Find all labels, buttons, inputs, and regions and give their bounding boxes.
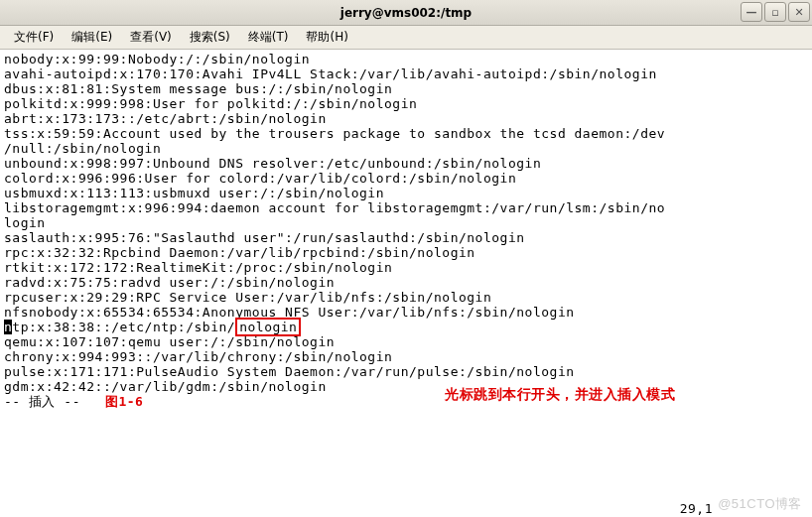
term-line: radvd:x:75:75:radvd user:/:/sbin/nologin [4, 275, 335, 290]
term-line: libstoragemgmt:x:996:994:daemon account … [4, 200, 665, 215]
term-line: gdm:x:42:42::/var/lib/gdm:/sbin/nologin [4, 379, 327, 394]
ntp-line-pre: tp:x:38:38::/etc/ntp:/sbin/ [12, 320, 235, 334]
menu-edit[interactable]: 编辑(E) [64, 26, 120, 49]
term-line: polkitd:x:999:998:User for polkitd:/:/sb… [4, 96, 417, 111]
vim-mode-status: -- 插入 -- [4, 394, 105, 409]
close-button[interactable]: ✕ [788, 2, 810, 22]
menubar: 文件(F) 编辑(E) 查看(V) 搜索(S) 终端(T) 帮助(H) [0, 26, 812, 50]
maximize-button[interactable]: ▫ [764, 2, 786, 22]
figure-label: 图1-6 [105, 394, 143, 409]
term-line: login [4, 215, 46, 230]
term-line: unbound:x:998:997:Unbound DNS resolver:/… [4, 156, 541, 171]
term-line: dbus:x:81:81:System message bus:/:/sbin/… [4, 81, 392, 96]
titlebar: jerry@vms002:/tmp — ▫ ✕ [0, 0, 812, 26]
term-line: abrt:x:173:173::/etc/abrt:/sbin/nologin [4, 111, 327, 126]
menu-view[interactable]: 查看(V) [122, 26, 180, 49]
term-line: tss:x:59:59:Account used by the trousers… [4, 126, 665, 141]
term-line: nobody:x:99:99:Nobody:/:/sbin/nologin [4, 52, 310, 66]
red-annotation: 光标跳到本行开头，并进入插入模式 [445, 387, 675, 402]
term-line: chrony:x:994:993::/var/lib/chrony:/sbin/… [4, 349, 392, 364]
window-title: jerry@vms002:/tmp [340, 6, 472, 20]
term-line: pulse:x:171:171:PulseAudio System Daemon… [4, 364, 575, 379]
terminal-output[interactable]: nobody:x:99:99:Nobody:/:/sbin/nologin av… [0, 50, 812, 517]
menu-terminal[interactable]: 终端(T) [240, 26, 297, 49]
term-line: rpcuser:x:29:29:RPC Service User:/var/li… [4, 290, 491, 305]
menu-help[interactable]: 帮助(H) [298, 26, 355, 49]
term-line: saslauth:x:995:76:"Saslauthd user":/run/… [4, 230, 525, 245]
window-controls: — ▫ ✕ [741, 2, 810, 22]
term-line: qemu:x:107:107:qemu user:/:/sbin/nologin [4, 334, 335, 349]
term-line: colord:x:996:996:User for colord:/var/li… [4, 171, 516, 186]
term-line: avahi-autoipd:x:170:170:Avahi IPv4LL Sta… [4, 66, 657, 81]
menu-search[interactable]: 搜索(S) [182, 26, 238, 49]
watermark: @51CTO博客 [718, 496, 802, 511]
term-line: rpc:x:32:32:Rpcbind Daemon:/var/lib/rpcb… [4, 245, 475, 260]
minimize-button[interactable]: — [741, 2, 762, 22]
cursor-position: 29,1 [680, 501, 713, 516]
term-line: usbmuxd:x:113:113:usbmuxd user:/:/sbin/n… [4, 186, 384, 200]
menu-file[interactable]: 文件(F) [6, 26, 62, 49]
term-line: rtkit:x:172:172:RealtimeKit:/proc:/sbin/… [4, 260, 392, 275]
term-line: /null:/sbin/nologin [4, 141, 161, 156]
